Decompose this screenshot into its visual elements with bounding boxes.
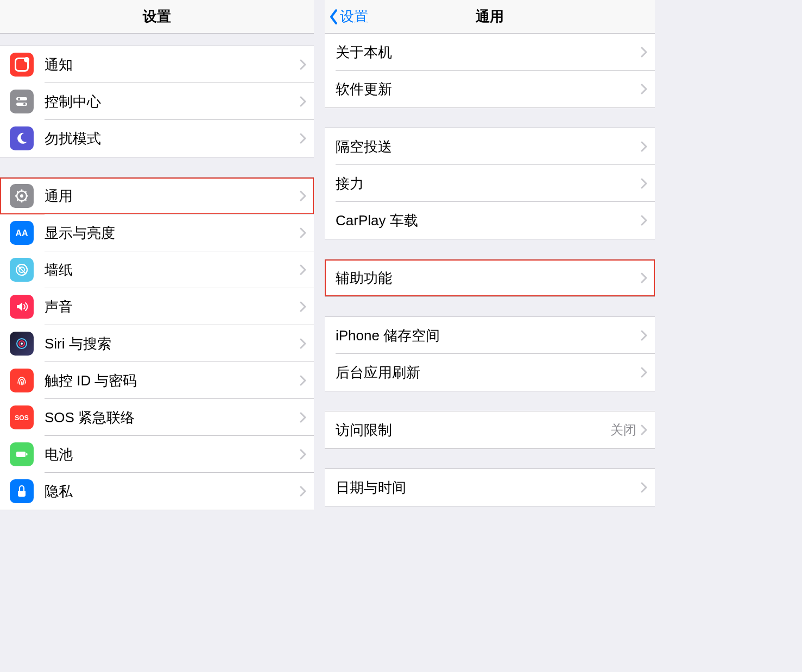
row-iphone-storage[interactable]: iPhone 储存空间 [325,317,655,354]
sos-icon: SOS [10,405,34,429]
gear-icon [10,184,34,208]
row-display-brightness[interactable]: AA显示与亮度 [0,214,314,251]
row-label: 软件更新 [336,80,641,99]
row-label: 访问限制 [336,421,610,440]
general-group: 日期与时间 [325,468,655,506]
battery-icon [10,442,34,466]
hand-icon [10,479,34,503]
general-group: iPhone 储存空间后台应用刷新 [325,316,655,391]
svg-rect-22 [26,453,28,455]
settings-title: 设置 [0,7,314,26]
chevron-right-icon [300,96,306,107]
row-label: 隔空投送 [336,137,641,156]
general-group: 关于本机软件更新 [325,34,655,108]
chevron-right-icon [641,424,647,435]
row-airdrop[interactable]: 隔空投送 [325,128,655,165]
chevron-right-icon [300,133,306,144]
general-group: 隔空投送接力CarPlay 车载 [325,128,655,239]
general-title: 通用 [325,7,655,26]
row-handoff[interactable]: 接力 [325,165,655,202]
row-battery[interactable]: 电池 [0,436,314,473]
chevron-right-icon [300,338,306,349]
row-label: CarPlay 车载 [336,211,641,230]
row-label: 日期与时间 [336,478,641,497]
row-background-refresh[interactable]: 后台应用刷新 [325,354,655,391]
row-privacy[interactable]: 隐私 [0,473,314,510]
svg-point-5 [20,194,23,198]
svg-point-19 [21,343,23,345]
general-screen: 设置 通用 关于本机软件更新隔空投送接力CarPlay 车载辅助功能iPhone… [325,0,655,672]
row-label: 勿扰模式 [45,129,300,148]
row-emergency-sos[interactable]: SOSSOS 紧急联络 [0,399,314,436]
row-carplay[interactable]: CarPlay 车载 [325,202,655,239]
chevron-right-icon [641,47,647,58]
chevron-right-icon [641,84,647,94]
chevron-right-icon [641,482,647,493]
chevron-right-icon [300,375,306,386]
siri-icon [10,332,34,356]
settings-group: 通用AA显示与亮度墙纸声音Siri 与搜索触控 ID 与密码SOSSOS 紧急联… [0,177,314,510]
general-group: 访问限制关闭 [325,411,655,449]
chevron-right-icon [641,367,647,378]
chevron-right-icon [641,330,647,341]
chevron-right-icon [300,449,306,460]
row-siri-search[interactable]: Siri 与搜索 [0,325,314,362]
general-group: 辅助功能 [325,259,655,297]
row-label: 通知 [45,55,300,74]
chevron-right-icon [641,178,647,189]
row-label: 电池 [45,445,300,464]
chevron-right-icon [300,59,306,70]
row-label: SOS 紧急联络 [45,408,300,427]
chevron-right-icon [641,272,647,283]
row-wallpaper[interactable]: 墙纸 [0,251,314,288]
general-header: 设置 通用 [325,0,655,34]
speaker-icon [10,295,34,319]
row-detail: 关闭 [610,421,636,439]
svg-point-3 [23,103,26,105]
wallpaper-icon [10,258,34,282]
row-label: 声音 [45,297,300,316]
row-accessibility[interactable]: 辅助功能 [325,259,655,296]
row-label: Siri 与搜索 [45,334,300,353]
row-sounds[interactable]: 声音 [0,288,314,325]
row-label: 接力 [336,174,641,193]
chevron-right-icon [300,227,306,238]
chevron-right-icon [641,215,647,226]
row-label: 控制中心 [45,92,300,111]
fingerprint-icon [10,369,34,392]
row-label: 显示与亮度 [45,224,300,243]
chevron-left-icon [329,9,339,25]
moon-icon [10,126,34,150]
row-general[interactable]: 通用 [0,177,314,214]
settings-screen: 设置 通知控制中心勿扰模式通用AA显示与亮度墙纸声音Siri 与搜索触控 ID … [0,0,314,672]
row-label: 关于本机 [336,43,641,62]
row-do-not-disturb[interactable]: 勿扰模式 [0,120,314,157]
settings-header: 设置 [0,0,314,34]
row-date-time[interactable]: 日期与时间 [325,469,655,506]
row-touch-id[interactable]: 触控 ID 与密码 [0,362,314,399]
row-software-update[interactable]: 软件更新 [325,71,655,107]
row-label: 辅助功能 [336,269,641,288]
svg-text:AA: AA [15,229,28,238]
chevron-right-icon [300,301,306,312]
row-control-center[interactable]: 控制中心 [0,83,314,120]
row-label: 隐私 [45,482,300,501]
row-label: 后台应用刷新 [336,363,641,382]
display-icon: AA [10,221,34,245]
back-button[interactable]: 设置 [325,0,368,33]
settings-group: 通知控制中心勿扰模式 [0,46,314,157]
chevron-right-icon [300,264,306,275]
back-button-label: 设置 [340,7,368,26]
svg-point-1 [18,98,20,100]
notifications-icon [10,53,34,77]
chevron-right-icon [300,486,306,497]
chevron-right-icon [641,141,647,152]
row-label: 触控 ID 与密码 [45,371,300,390]
row-about[interactable]: 关于本机 [325,34,655,71]
row-notifications[interactable]: 通知 [0,46,314,83]
svg-text:SOS: SOS [15,414,28,422]
row-label: iPhone 储存空间 [336,326,641,345]
row-restrictions[interactable]: 访问限制关闭 [325,411,655,448]
control-center-icon [10,90,34,113]
row-label: 墙纸 [45,261,300,280]
